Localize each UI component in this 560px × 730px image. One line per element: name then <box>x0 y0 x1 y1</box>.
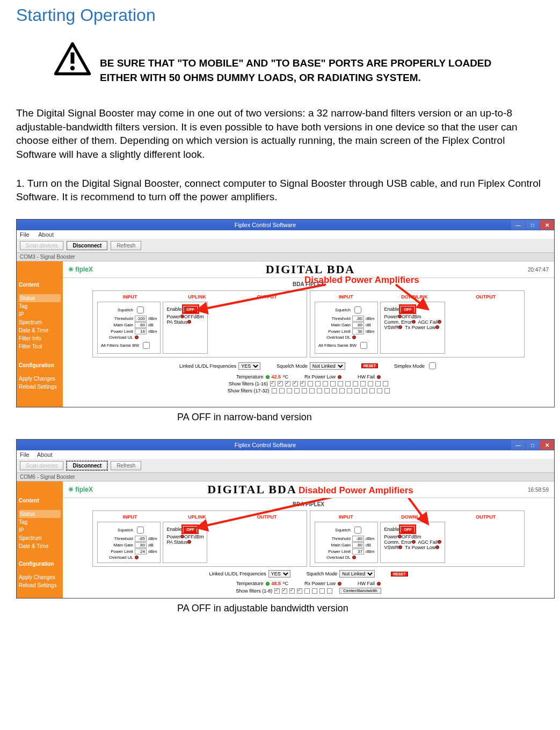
filt-cb[interactable] <box>285 381 290 386</box>
ul-enable-toggle[interactable]: OFF <box>184 306 197 312</box>
filt-cb[interactable] <box>317 388 322 393</box>
squelchmode-select[interactable]: Not Linked <box>339 570 375 578</box>
refresh-button[interactable]: Refresh <box>111 461 141 470</box>
minimize-button[interactable]: — <box>511 440 525 450</box>
sidebar-item-tag[interactable]: Tag <box>19 302 61 310</box>
filt-cb[interactable] <box>354 388 360 393</box>
linked-freq-select[interactable]: YES <box>268 570 290 578</box>
filt-cb[interactable] <box>312 588 317 594</box>
minimize-button[interactable]: — <box>511 220 525 230</box>
ul-maingain-val[interactable]: 80 <box>135 542 147 548</box>
sidebar-item-datetime[interactable]: Date & Time <box>19 542 61 550</box>
device-tab[interactable]: COM6 - Signal Booster <box>17 473 554 481</box>
filt-cb[interactable] <box>377 388 382 393</box>
menu-file[interactable]: File <box>20 231 30 238</box>
disconnect-button[interactable]: Disconnect <box>67 461 107 470</box>
menu-file[interactable]: File <box>20 451 30 458</box>
maximize-button[interactable]: □ <box>526 220 540 230</box>
ul-powerlimit-val[interactable]: 24 <box>135 549 147 554</box>
maximize-button[interactable]: □ <box>526 440 540 450</box>
refresh-button[interactable]: Refresh <box>111 241 141 250</box>
dl-maingain-val[interactable]: 80 <box>352 542 364 548</box>
reset-button[interactable]: RESET <box>361 363 378 368</box>
filt-cb[interactable] <box>339 388 345 393</box>
disconnect-button[interactable]: Disconnect <box>67 241 107 250</box>
dl-enable-toggle[interactable]: OFF <box>401 306 414 312</box>
ul-enable-toggle[interactable]: OFF <box>184 527 197 532</box>
filt-cb[interactable] <box>345 381 351 386</box>
dl-threshold-val[interactable]: -80 <box>352 536 364 542</box>
scan-button[interactable]: Scan devices <box>20 241 63 250</box>
filt-cb[interactable] <box>309 388 315 393</box>
reset-button[interactable]: RESET <box>391 572 408 576</box>
sidebar-item-ip[interactable]: IP <box>19 526 61 534</box>
dl-allfilters-checkbox[interactable] <box>360 342 367 349</box>
sidebar-item-datetime[interactable]: Date & Time <box>19 326 61 334</box>
filt-cb[interactable] <box>347 388 352 393</box>
filt-cb[interactable] <box>327 588 332 594</box>
sidebar-item-apply[interactable]: Apply Changes <box>19 573 61 581</box>
dl-squelch-checkbox[interactable] <box>354 306 361 313</box>
filt-cb[interactable] <box>302 388 307 393</box>
device-tab[interactable]: COM3 - Signal Booster <box>17 253 554 261</box>
dl-threshold-val[interactable]: -80 <box>352 316 364 322</box>
filt-cb[interactable] <box>282 588 287 594</box>
filt-cb[interactable] <box>338 381 343 386</box>
close-button[interactable]: ✕ <box>540 440 554 450</box>
dl-squelch-checkbox[interactable] <box>354 527 361 534</box>
filt-cb[interactable] <box>297 588 302 594</box>
center-bandwidth-button[interactable]: Center/Bandwidth <box>339 588 381 594</box>
filt-cb[interactable] <box>294 388 300 393</box>
close-button[interactable]: ✕ <box>540 220 554 230</box>
scan-button[interactable]: Scan devices <box>20 461 63 470</box>
menu-about[interactable]: About <box>37 451 53 458</box>
filt-cb[interactable] <box>278 381 283 386</box>
sidebar-item-ip[interactable]: IP <box>19 310 61 318</box>
sidebar-item-filtertool[interactable]: Filter Tool <box>19 342 61 351</box>
sidebar-item-apply[interactable]: Apply Changes <box>19 375 61 383</box>
filt-cb[interactable] <box>293 381 298 386</box>
filt-cb[interactable] <box>270 381 275 386</box>
filt-cb[interactable] <box>332 388 337 393</box>
filt-cb[interactable] <box>279 388 285 393</box>
linked-freq-select[interactable]: YES <box>238 362 260 370</box>
sidebar-item-status[interactable]: Status <box>19 294 61 302</box>
sidebar-item-reload[interactable]: Reload Settings <box>19 383 61 391</box>
sidebar-item-spectrum[interactable]: Spectrum <box>19 318 61 326</box>
sidebar-item-tag[interactable]: Tag <box>19 518 61 526</box>
filt-cb[interactable] <box>272 388 277 393</box>
sidebar-item-filterinfo[interactable]: Filter Info <box>19 334 61 342</box>
filt-cb[interactable] <box>369 388 375 393</box>
sidebar-item-spectrum[interactable]: Spectrum <box>19 534 61 542</box>
sidebar-item-status[interactable]: Status <box>19 510 61 518</box>
filt-cb[interactable] <box>353 381 358 386</box>
dl-powerlimit-val[interactable]: 36 <box>352 328 364 334</box>
filt-cb[interactable] <box>362 388 367 393</box>
filt-cb[interactable] <box>308 381 313 386</box>
menu-about[interactable]: About <box>38 231 54 238</box>
squelchmode-select[interactable]: Not Linked <box>310 362 345 370</box>
filt-cb[interactable] <box>384 388 390 393</box>
filt-cb[interactable] <box>323 381 328 386</box>
sidebar-item-reload[interactable]: Reload Settings <box>19 581 61 589</box>
ul-squelch-checkbox[interactable] <box>137 306 144 313</box>
simplex-checkbox[interactable] <box>429 362 436 369</box>
filt-cb[interactable] <box>300 381 306 386</box>
filt-cb[interactable] <box>368 381 373 386</box>
dl-enable-toggle[interactable]: OFF <box>401 527 414 532</box>
filt-cb[interactable] <box>383 381 388 386</box>
ul-threshold-val[interactable]: -100 <box>135 316 147 322</box>
ul-powerlimit-val[interactable]: 18 <box>135 328 147 334</box>
filt-cb[interactable] <box>289 588 295 594</box>
dl-maingain-val[interactable]: 80 <box>352 322 364 328</box>
filt-cb[interactable] <box>304 588 310 594</box>
ul-squelch-checkbox[interactable] <box>137 527 144 534</box>
filt-cb[interactable] <box>360 381 366 386</box>
filt-cb[interactable] <box>274 588 280 594</box>
filt-cb[interactable] <box>319 588 325 594</box>
filt-cb[interactable] <box>315 381 321 386</box>
dl-powerlimit-val[interactable]: 37 <box>352 549 364 554</box>
ul-threshold-val[interactable]: -85 <box>135 536 147 542</box>
ul-maingain-val[interactable]: 80 <box>135 322 147 328</box>
filt-cb[interactable] <box>375 381 381 386</box>
